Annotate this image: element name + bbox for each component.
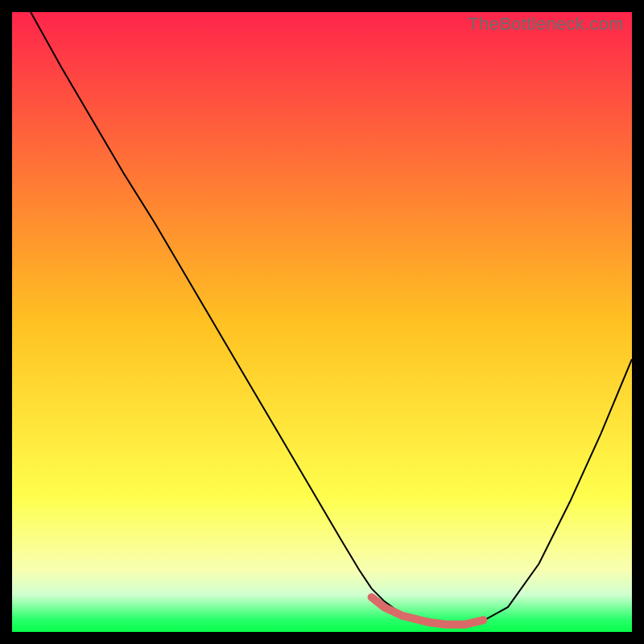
chart-frame: TheBottleneck.com [12,12,632,632]
watermark-text: TheBottleneck.com [469,14,624,35]
bottleneck-chart [12,12,632,632]
gradient-background [12,12,632,632]
